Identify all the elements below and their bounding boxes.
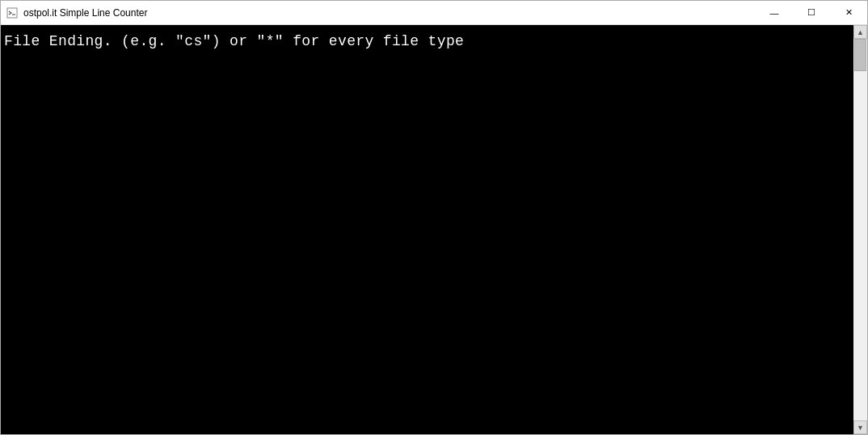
- minimize-button[interactable]: —: [756, 1, 793, 25]
- console-area[interactable]: File Ending. (e.g. "cs") or "*" for ever…: [1, 25, 867, 434]
- maximize-button[interactable]: ☐: [793, 1, 830, 25]
- window-title: ostpol.it Simple Line Counter: [23, 7, 147, 19]
- main-window: ostpol.it Simple Line Counter — ☐ ✕ File…: [0, 0, 868, 435]
- title-bar: ostpol.it Simple Line Counter — ☐ ✕: [1, 1, 867, 25]
- app-icon: [6, 6, 19, 19]
- vertical-scrollbar[interactable]: ▲ ▼: [853, 25, 867, 434]
- scroll-up-arrow[interactable]: ▲: [853, 25, 867, 39]
- title-bar-controls: — ☐ ✕: [756, 1, 867, 25]
- scrollbar-track[interactable]: [853, 39, 867, 420]
- scrollbar-thumb[interactable]: [854, 39, 866, 71]
- scroll-down-arrow[interactable]: ▼: [853, 420, 867, 434]
- title-bar-left: ostpol.it Simple Line Counter: [6, 6, 147, 19]
- close-button[interactable]: ✕: [830, 1, 867, 25]
- console-output: File Ending. (e.g. "cs") or "*" for ever…: [1, 25, 867, 55]
